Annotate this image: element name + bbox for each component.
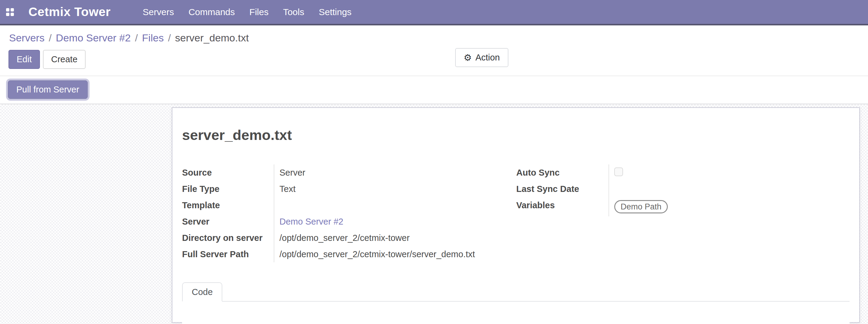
apps-grid-square — [6, 8, 9, 11]
breadcrumb-separator: / — [168, 32, 170, 44]
breadcrumb-separator: / — [135, 32, 137, 44]
form-sheet: server_demo.txt Source Server File Type … — [172, 107, 860, 323]
field-label-auto-sync: Auto Sync — [516, 164, 609, 181]
page: Cetmix Tower Servers Commands Files Tool… — [0, 0, 868, 324]
nav-menu: Servers Commands Files Tools Settings — [135, 0, 359, 25]
field-label-directory: Directory on server — [182, 230, 274, 246]
nav-item-tools[interactable]: Tools — [276, 0, 311, 25]
buttons-row: Edit Create ⚙︎ Action — [0, 44, 868, 75]
nav-item-commands[interactable]: Commands — [181, 0, 242, 25]
breadcrumb-current: server_demo.txt — [175, 32, 249, 44]
field-value-variables: Demo Path — [609, 197, 849, 217]
notebook-tabs: Code — [182, 282, 849, 302]
field-group-right: Auto Sync Last Sync Date Variables Demo … — [516, 164, 849, 262]
field-value-auto-sync — [609, 164, 849, 181]
edit-button[interactable]: Edit — [8, 50, 40, 69]
action-button[interactable]: ⚙︎ Action — [455, 48, 508, 67]
action-button-label: Action — [475, 53, 500, 63]
field-value-server: Demo Server #2 — [274, 214, 516, 230]
field-label-last-sync: Last Sync Date — [516, 181, 609, 197]
field-value-source: Server — [274, 164, 516, 181]
field-groups: Source Server File Type Text Template Se… — [182, 164, 849, 262]
form-background: server_demo.txt Source Server File Type … — [0, 104, 868, 324]
field-label-server: Server — [182, 214, 274, 230]
auto-sync-checkbox[interactable] — [614, 167, 623, 176]
field-label-full-path: Full Server Path — [182, 246, 274, 262]
field-label-template: Template — [182, 197, 274, 214]
field-group-left: Source Server File Type Text Template Se… — [182, 164, 516, 262]
create-button[interactable]: Create — [43, 50, 86, 69]
field-value-template — [274, 197, 516, 214]
nav-item-servers[interactable]: Servers — [135, 0, 181, 25]
breadcrumb-link-demo-server[interactable]: Demo Server #2 — [56, 32, 131, 44]
tab-content-code — [182, 302, 849, 324]
field-label-variables: Variables — [516, 197, 609, 217]
breadcrumb-link-servers[interactable]: Servers — [9, 32, 44, 44]
statusbar: Pull from Server — [0, 75, 868, 104]
apps-grid-icon[interactable] — [6, 8, 14, 16]
variable-tag: Demo Path — [614, 200, 668, 214]
field-value-file-type: Text — [274, 181, 516, 197]
tab-code[interactable]: Code — [182, 282, 222, 302]
nav-item-settings[interactable]: Settings — [311, 0, 359, 25]
top-navbar: Cetmix Tower Servers Commands Files Tool… — [0, 0, 868, 25]
field-value-directory: /opt/demo_server_2/cetmix-tower — [274, 230, 516, 246]
apps-grid-square — [10, 8, 14, 11]
field-value-last-sync — [609, 181, 849, 197]
breadcrumb: Servers / Demo Server #2 / Files / serve… — [0, 25, 868, 44]
field-label-file-type: File Type — [182, 181, 274, 197]
server-record-link[interactable]: Demo Server #2 — [279, 217, 343, 226]
apps-grid-square — [6, 13, 9, 16]
pull-from-server-button[interactable]: Pull from Server — [8, 80, 88, 99]
gear-icon: ⚙︎ — [464, 53, 472, 62]
field-value-full-path: /opt/demo_server_2/cetmix-tower/server_d… — [274, 246, 516, 262]
field-label-source: Source — [182, 164, 274, 181]
record-title: server_demo.txt — [182, 127, 849, 143]
apps-grid-square — [10, 13, 14, 16]
breadcrumb-separator: / — [49, 32, 52, 44]
nav-item-files[interactable]: Files — [242, 0, 276, 25]
app-brand[interactable]: Cetmix Tower — [28, 5, 111, 19]
breadcrumb-link-files[interactable]: Files — [142, 32, 164, 44]
control-panel: Servers / Demo Server #2 / Files / serve… — [0, 25, 868, 104]
